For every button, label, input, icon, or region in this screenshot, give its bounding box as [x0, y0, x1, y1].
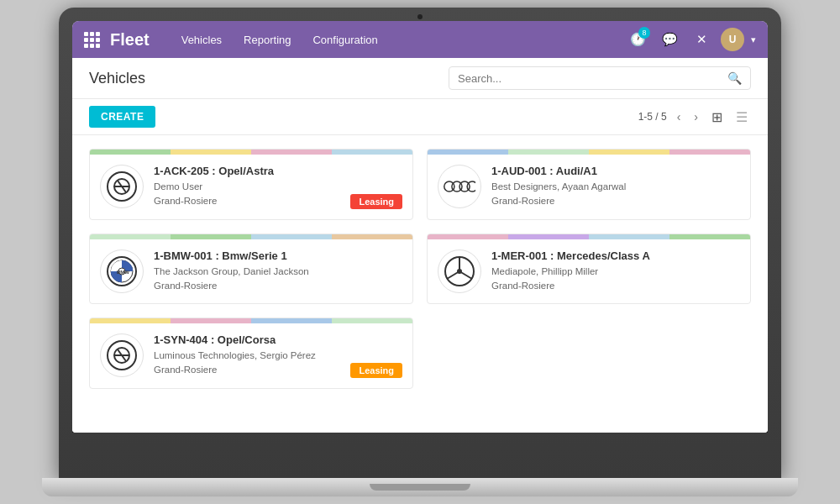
screen-bezel: Fleet Vehicles Reporting Configuration 🕐…: [72, 21, 768, 433]
logo-opel: [100, 165, 144, 208]
list-view-button[interactable]: ☰: [732, 108, 751, 127]
card-body: 1-MER-001 : Mercedes/Class AMediapole, P…: [428, 239, 750, 304]
vehicle-card[interactable]: BMW 1-BMW-001 : Bmw/Serie 1The Jackson G…: [89, 234, 413, 305]
vehicle-card[interactable]: 1-MER-001 : Mercedes/Class AMediapole, P…: [427, 234, 751, 305]
vehicle-card[interactable]: 1-SYN-404 : Opel/CorsaLuminous Technolog…: [89, 318, 413, 389]
card-info: 1-AUD-001 : Audi/A1Best Designers, Ayaan…: [491, 165, 740, 209]
grid-menu-icon[interactable]: [84, 32, 100, 48]
leasing-badge: Leasing: [350, 194, 402, 209]
card-info: 1-BMW-001 : Bmw/Serie 1The Jackson Group…: [154, 249, 402, 294]
toolbar: CREATE 1-5 / 5 ‹ › ⊞ ☰: [72, 99, 768, 135]
prev-page-button[interactable]: ‹: [674, 108, 685, 125]
card-title: 1-AUD-001 : Audi/A1: [491, 165, 740, 177]
card-body: 1-SYN-404 : Opel/CorsaLuminous Technolog…: [90, 323, 412, 388]
next-page-button[interactable]: ›: [690, 108, 701, 125]
nav-reporting[interactable]: Reporting: [235, 29, 299, 51]
card-subtitle: Best Designers, Ayaan AgarwalGrand-Rosie…: [491, 180, 740, 209]
svg-point-7: [467, 181, 475, 192]
avatar[interactable]: U: [721, 28, 744, 51]
toolbar-right: 1-5 / 5 ‹ › ⊞ ☰: [638, 108, 751, 127]
search-icon: 🔍: [727, 71, 742, 85]
close-icon-btn[interactable]: ✕: [689, 27, 714, 52]
topbar-actions: 🕐 8 💬 ✕ U ▾: [625, 27, 756, 52]
vehicles-grid: 1-ACK-205 : Opel/AstraDemo UserGrand-Ros…: [72, 135, 768, 433]
clock-icon-btn[interactable]: 🕐 8: [625, 27, 650, 52]
pagination-info: 1-5 / 5: [638, 111, 667, 123]
nav-configuration[interactable]: Configuration: [304, 29, 386, 51]
logo-audi: [438, 165, 481, 208]
main-nav: Vehicles Reporting Configuration: [173, 29, 625, 51]
svg-text:BMW: BMW: [117, 270, 129, 275]
grid-view-button[interactable]: ⊞: [708, 108, 726, 127]
search-bar[interactable]: 🔍: [449, 66, 751, 90]
card-title: 1-BMW-001 : Bmw/Serie 1: [154, 249, 402, 262]
search-input[interactable]: [458, 72, 727, 85]
chat-icon-btn[interactable]: 💬: [657, 27, 682, 52]
page-title: Vehicles: [89, 70, 449, 87]
laptop-shell: Fleet Vehicles Reporting Configuration 🕐…: [59, 8, 781, 478]
card-title: 1-MER-001 : Mercedes/Class A: [491, 249, 740, 262]
topbar: Fleet Vehicles Reporting Configuration 🕐…: [72, 21, 768, 58]
card-body: BMW 1-BMW-001 : Bmw/Serie 1The Jackson G…: [90, 239, 412, 304]
card-title: 1-ACK-205 : Opel/Astra: [154, 165, 402, 177]
app-name: Fleet: [110, 30, 150, 50]
logo-mercedes: [438, 249, 481, 293]
sub-header: Vehicles 🔍: [72, 58, 768, 99]
create-button[interactable]: CREATE: [89, 106, 155, 128]
logo-bmw: BMW: [100, 249, 144, 293]
vehicle-card[interactable]: 1-AUD-001 : Audi/A1Best Designers, Ayaan…: [427, 149, 751, 220]
card-info: 1-MER-001 : Mercedes/Class AMediapole, P…: [491, 249, 740, 294]
card-body: 1-AUD-001 : Audi/A1Best Designers, Ayaan…: [428, 155, 750, 219]
vehicle-card[interactable]: 1-ACK-205 : Opel/AstraDemo UserGrand-Ros…: [89, 149, 413, 220]
svg-point-16: [457, 269, 462, 274]
laptop-hinge: [370, 484, 470, 491]
logo-opel: [100, 333, 144, 377]
screen: Fleet Vehicles Reporting Configuration 🕐…: [72, 21, 768, 433]
leasing-badge: Leasing: [350, 363, 402, 378]
card-subtitle: The Jackson Group, Daniel JacksonGrand-R…: [154, 265, 402, 294]
notification-badge: 8: [638, 27, 650, 39]
card-subtitle: Mediapole, Phillipp MillerGrand-Rosiere: [491, 265, 740, 294]
avatar-dropdown-icon[interactable]: ▾: [751, 34, 756, 45]
card-body: 1-ACK-205 : Opel/AstraDemo UserGrand-Ros…: [90, 155, 412, 219]
camera: [417, 14, 423, 19]
card-title: 1-SYN-404 : Opel/Corsa: [154, 333, 402, 346]
content-area: Vehicles 🔍 CREATE 1-5 / 5 ‹ ›: [72, 58, 768, 433]
laptop-base: [42, 478, 798, 496]
nav-vehicles[interactable]: Vehicles: [173, 29, 230, 51]
